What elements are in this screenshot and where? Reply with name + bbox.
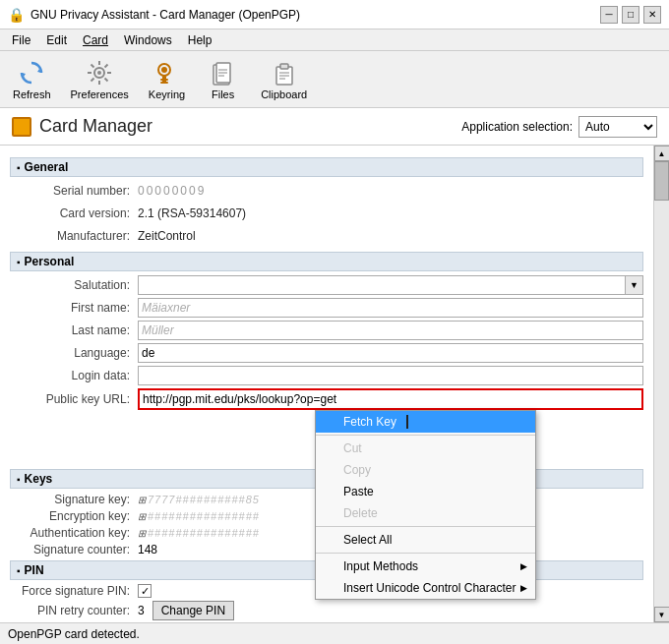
- svg-point-1: [97, 71, 101, 75]
- restore-button[interactable]: □: [622, 6, 639, 24]
- language-input[interactable]: [138, 343, 643, 363]
- scroll-thumb[interactable]: [654, 161, 669, 201]
- scroll-down-button[interactable]: ▼: [654, 607, 670, 622]
- menu-edit[interactable]: Edit: [38, 31, 75, 49]
- auth-expand-icon[interactable]: ⊞: [138, 528, 146, 539]
- change-pin-button[interactable]: Change PIN: [152, 601, 234, 620]
- window-title: GNU Privacy Assistant - Card Manager (Op…: [30, 8, 300, 22]
- pin-retry-label: PIN retry counter:: [10, 604, 138, 617]
- app-icon: 🔒: [8, 7, 25, 23]
- menu-card[interactable]: Card: [75, 31, 116, 49]
- section-keys-toggle[interactable]: ▪: [17, 474, 21, 485]
- card-version-row: Card version: 2.1 (RSA-59314607): [10, 204, 643, 223]
- app-selection-dropdown[interactable]: Auto OpenPGP: [578, 116, 657, 138]
- card-header-right: Application selection: Auto OpenPGP: [461, 116, 657, 138]
- authentication-key-value: ⊞ ################: [138, 527, 260, 539]
- menu-help[interactable]: Help: [180, 31, 220, 49]
- salutation-row: Salutation: ▼: [10, 275, 643, 295]
- enc-key-text: ################: [148, 510, 260, 522]
- ctx-sep-3: [316, 553, 535, 554]
- logindata-row: Login data:: [10, 366, 643, 385]
- toolbar-preferences[interactable]: Preferences: [62, 54, 138, 105]
- publickey-label: Public key URL:: [10, 392, 138, 406]
- sig-expand-icon[interactable]: ⊞: [138, 495, 146, 505]
- auth-key-text: ################: [148, 527, 260, 539]
- files-icon: [208, 59, 239, 87]
- force-sig-label: Force signature PIN:: [10, 584, 138, 598]
- publickey-input[interactable]: [138, 388, 643, 410]
- ctx-fetch-key[interactable]: Fetch Key: [316, 411, 535, 433]
- signature-counter-value: 148: [138, 543, 157, 556]
- firstname-label: First name:: [10, 301, 138, 315]
- refresh-icon: [16, 59, 47, 87]
- clipboard-icon: [269, 59, 300, 87]
- toolbar-keyring[interactable]: Keyring: [140, 54, 194, 105]
- scroll-track[interactable]: [654, 161, 669, 607]
- encryption-key-label: Encryption key:: [10, 509, 138, 523]
- section-personal-label: Personal: [25, 255, 75, 268]
- keyring-icon: [151, 59, 182, 87]
- section-personal: ▪ Personal: [10, 252, 643, 271]
- status-bar: OpenPGP card detected.: [0, 622, 669, 644]
- menu-windows[interactable]: Windows: [116, 31, 180, 49]
- toolbar: Refresh Preferences: [0, 51, 669, 108]
- ctx-sep-1: [316, 435, 535, 436]
- encryption-key-value: ⊞ ################: [138, 510, 260, 522]
- toolbar-files[interactable]: Files: [196, 54, 250, 105]
- pin-retry-value: 3: [138, 604, 145, 617]
- card-header-title: Card Manager: [39, 116, 152, 137]
- svg-rect-21: [280, 64, 288, 69]
- authentication-key-label: Authentication key:: [10, 526, 138, 540]
- signature-key-label: Signature key:: [10, 493, 138, 506]
- card-version-value: 2.1 (RSA-59314607): [138, 206, 246, 220]
- enc-expand-icon[interactable]: ⊞: [138, 511, 146, 522]
- scrollable-content: ▪ General Serial number: 00000009 Card v…: [0, 146, 653, 622]
- manufacturer-value: ZeitControl: [138, 229, 196, 243]
- salutation-label: Salutation:: [10, 278, 138, 292]
- signature-key-value: ⊞ 7777##########85: [138, 494, 260, 505]
- ctx-input-methods[interactable]: Input Methods: [316, 556, 535, 577]
- section-pin-toggle[interactable]: ▪: [17, 565, 21, 576]
- svg-rect-14: [160, 82, 168, 84]
- language-label: Language:: [10, 346, 138, 360]
- salutation-input[interactable]: [138, 275, 626, 295]
- card-header-left: Card Manager: [12, 116, 152, 137]
- serial-number-value: 00000009: [138, 184, 206, 198]
- toolbar-clipboard[interactable]: Clipboard: [252, 54, 316, 105]
- serial-number-row: Serial number: 00000009: [10, 181, 643, 201]
- section-personal-toggle[interactable]: ▪: [17, 257, 21, 267]
- force-sig-checkbox[interactable]: ✓: [138, 584, 152, 598]
- ctx-insert-unicode[interactable]: Insert Unicode Control Character: [316, 577, 535, 599]
- serial-number-label: Serial number:: [10, 184, 138, 198]
- section-general-toggle[interactable]: ▪: [17, 162, 21, 173]
- ctx-delete[interactable]: Delete: [316, 502, 535, 524]
- ctx-copy[interactable]: Copy: [316, 459, 535, 481]
- minimize-button[interactable]: ─: [600, 6, 618, 24]
- title-bar-controls: ─ □ ✕: [600, 6, 661, 24]
- section-keys-label: Keys: [25, 472, 53, 486]
- salutation-input-container: ▼: [138, 275, 643, 295]
- content-area: Card Manager Application selection: Auto…: [0, 108, 669, 644]
- signature-counter-label: Signature counter:: [10, 543, 138, 556]
- main-panel: ▪ General Serial number: 00000009 Card v…: [0, 146, 669, 622]
- ctx-paste[interactable]: Paste: [316, 481, 535, 502]
- menu-file[interactable]: File: [4, 31, 38, 49]
- scroll-up-button[interactable]: ▲: [654, 146, 670, 161]
- context-menu: Fetch Key Cut Copy Paste Delete Select A…: [315, 410, 536, 600]
- salutation-dropdown-btn[interactable]: ▼: [626, 275, 643, 295]
- ctx-select-all[interactable]: Select All: [316, 529, 535, 551]
- logindata-input[interactable]: [138, 366, 643, 385]
- svg-rect-13: [160, 79, 168, 81]
- sig-key-text: 7777##########85: [148, 494, 260, 505]
- app-selection-label: Application selection:: [461, 120, 573, 134]
- refresh-label: Refresh: [13, 88, 51, 100]
- title-bar-left: 🔒 GNU Privacy Assistant - Card Manager (…: [8, 7, 300, 23]
- firstname-input[interactable]: [138, 298, 643, 318]
- logindata-label: Login data:: [10, 369, 138, 382]
- lastname-input[interactable]: [138, 321, 643, 340]
- toolbar-refresh[interactable]: Refresh: [4, 54, 60, 105]
- ctx-cut[interactable]: Cut: [316, 438, 535, 459]
- close-button[interactable]: ✕: [643, 6, 661, 24]
- section-general: ▪ General: [10, 157, 643, 177]
- card-header-icon: [12, 117, 31, 137]
